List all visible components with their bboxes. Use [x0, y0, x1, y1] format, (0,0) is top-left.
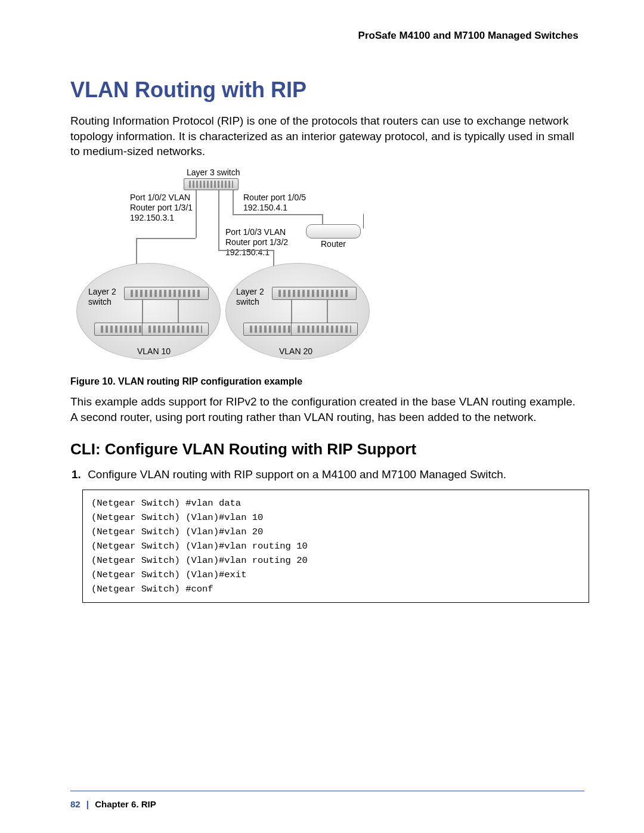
after-figure-paragraph: This example adds support for RIPv2 to t…	[70, 394, 584, 425]
label-l2-right-1: Layer 2	[236, 287, 264, 296]
vlan20-cloud	[225, 263, 370, 360]
label-port-right: Port 1/0/3 VLAN Router port 1/3/2 192.15…	[225, 227, 288, 257]
footer: 82 | Chapter 6. RIP	[70, 799, 156, 809]
cli-line-6: (Netgear Switch) (Vlan)#exit	[91, 569, 246, 580]
page: ProSafe M4100 and M7100 Managed Switches…	[0, 0, 644, 833]
cli-line-4: (Netgear Switch) (Vlan)#vlan routing 10	[91, 541, 308, 552]
label-port-right-3: 192.150.4.1	[225, 247, 270, 257]
label-router-port-2: 192.150.4.1	[243, 203, 287, 212]
cli-line-7: (Netgear Switch) #conf	[91, 584, 213, 594]
label-port-left: Port 1/0/2 VLAN Router port 1/3/1 192.15…	[130, 193, 193, 222]
label-vlan20: VLAN 20	[279, 346, 312, 357]
label-port-right-2: Router port 1/3/2	[225, 237, 288, 247]
layer3-switch-icon	[184, 178, 239, 190]
footer-separator: |	[86, 799, 89, 809]
intro-paragraph: Routing Information Protocol (RIP) is on…	[70, 113, 584, 159]
label-l2-right-2: switch	[236, 297, 259, 306]
network-diagram: Layer 3 switch Port 1/0/2 VLAN Router po…	[70, 168, 428, 370]
footer-rule	[70, 791, 584, 791]
label-port-left-2: Router port 1/3/1	[130, 203, 193, 212]
label-router-port-1: Router port 1/0/5	[243, 193, 306, 202]
label-layer2-left: Layer 2 switch	[88, 287, 116, 307]
label-port-left-3: 192.150.3.1	[130, 213, 174, 222]
router-icon	[306, 224, 361, 239]
cli-line-5: (Netgear Switch) (Vlan)#vlan routing 20	[91, 555, 308, 566]
label-vlan10: VLAN 10	[137, 346, 171, 357]
cli-line-3: (Netgear Switch) (Vlan)#vlan 20	[91, 527, 263, 537]
cli-line-1: (Netgear Switch) #vlan data	[91, 498, 241, 509]
label-router: Router	[321, 239, 346, 249]
vlan10-cloud	[76, 263, 221, 360]
label-l3-switch: Layer 3 switch	[187, 168, 240, 178]
step-number: 1.	[72, 468, 81, 481]
label-port-right-1: Port 1/0/3 VLAN	[225, 227, 286, 237]
cli-code-block: (Netgear Switch) #vlan data (Netgear Swi…	[82, 490, 589, 603]
subsection-title: CLI: Configure VLAN Routing with RIP Sup…	[70, 440, 584, 459]
figure-diagram: Layer 3 switch Port 1/0/2 VLAN Router po…	[70, 168, 584, 370]
document-header: ProSafe M4100 and M7100 Managed Switches	[70, 30, 578, 42]
label-router-port: Router port 1/0/5 192.150.4.1	[243, 193, 306, 213]
section-title: VLAN Routing with RIP	[70, 78, 584, 103]
figure-caption: Figure 10. VLAN routing RIP configuratio…	[70, 376, 584, 387]
label-layer2-right: Layer 2 switch	[236, 287, 264, 307]
l2-switch-left-br-icon	[142, 323, 209, 336]
l2-switch-right-top-icon	[272, 287, 357, 300]
label-l2-left-1: Layer 2	[88, 287, 116, 296]
page-number: 82	[70, 799, 80, 809]
cli-line-2: (Netgear Switch) (Vlan)#vlan 10	[91, 512, 263, 523]
chapter-label: Chapter 6. RIP	[95, 799, 156, 809]
label-l2-left-2: switch	[88, 297, 112, 306]
step-list: 1. Configure VLAN routing with RIP suppo…	[72, 467, 584, 482]
l2-switch-left-top-icon	[124, 287, 209, 300]
label-port-left-1: Port 1/0/2 VLAN	[130, 193, 190, 202]
l2-switch-right-br-icon	[291, 323, 358, 336]
step-1-text: Configure VLAN routing with RIP support …	[88, 468, 506, 481]
